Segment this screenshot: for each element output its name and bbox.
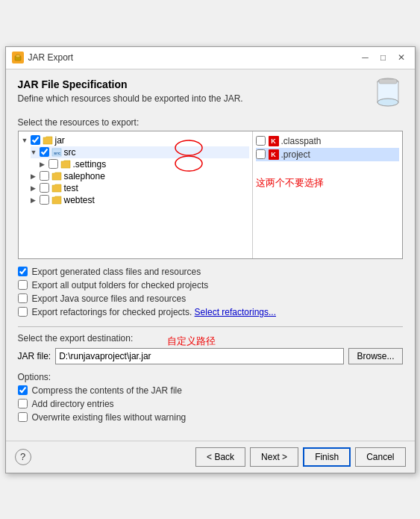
page-title: JAR File Specification <box>18 78 366 90</box>
label-export-refactor: Export refactorings for checked projects… <box>32 307 277 317</box>
label-export-output: Export all output folders for checked pr… <box>32 280 209 290</box>
expand-webtest[interactable]: ▶ <box>31 196 40 204</box>
option-row-export-output[interactable]: Export all output folders for checked pr… <box>18 279 403 292</box>
help-button[interactable]: ? <box>15 449 31 465</box>
resources-section: ▼ jar ▼ src src <box>18 131 403 259</box>
label-overwrite: Overwrite existing files without warning <box>32 412 187 423</box>
option-row-add-dir[interactable]: Add directory entries <box>18 397 403 411</box>
header-text: JAR File Specification Define which reso… <box>18 78 366 111</box>
checkbox-export-output[interactable] <box>18 280 28 290</box>
back-button[interactable]: < Back <box>195 447 245 467</box>
option-row-export-refactor[interactable]: Export refactorings for checked projects… <box>18 305 403 319</box>
checkbox-test[interactable] <box>40 183 49 193</box>
checkbox-webtest[interactable] <box>40 195 49 205</box>
svg-text:src: src <box>54 151 61 155</box>
checkbox-jar[interactable] <box>31 135 40 145</box>
checkbox-project[interactable] <box>256 149 266 159</box>
main-content: JAR File Specification Define which reso… <box>6 69 415 441</box>
checkbox-settings[interactable] <box>48 159 58 169</box>
tree-label-salephone: salephone <box>64 171 105 181</box>
option-row-compress[interactable]: Compress the contents of the JAR file <box>18 384 403 397</box>
svg-point-1 <box>16 55 20 58</box>
label-classpath: .classpath <box>281 136 322 146</box>
expand-src[interactable]: ▼ <box>31 149 40 156</box>
minimize-button[interactable]: ─ <box>358 50 373 65</box>
svg-rect-5 <box>379 79 397 84</box>
folder-icon-salephone <box>51 171 62 181</box>
checklist-annotation: 这两个不要选择 <box>256 176 399 190</box>
jar-file-row: JAR file: Browse... <box>18 348 403 364</box>
option-row-export-class[interactable]: Export generated class files and resourc… <box>18 265 403 279</box>
tree-item-settings[interactable]: ▶ .settings <box>40 158 249 170</box>
footer: ? < Back Next > Finish Cancel <box>6 441 415 473</box>
label-export-java: Export Java source files and resources <box>32 293 187 304</box>
tree-item-jar[interactable]: ▼ jar <box>22 134 249 146</box>
folder-icon-test <box>51 183 62 193</box>
checkbox-overwrite[interactable] <box>18 412 28 422</box>
jar-icon <box>373 75 403 108</box>
checkbox-classpath[interactable] <box>256 136 266 146</box>
label-add-dir: Add directory entries <box>32 399 114 409</box>
expand-salephone[interactable]: ▶ <box>31 173 40 180</box>
folder-icon-settings <box>60 159 71 170</box>
tree-item-salephone[interactable]: ▶ salephone <box>31 170 249 182</box>
tree-item-test[interactable]: ▶ test <box>31 182 249 194</box>
window-icon <box>12 52 24 63</box>
next-button[interactable]: Next > <box>250 447 298 467</box>
x-icon-classpath: K <box>269 136 279 146</box>
tree-panel[interactable]: ▼ jar ▼ src src <box>19 131 253 258</box>
checkbox-export-java[interactable] <box>18 293 28 303</box>
window-title: JAR Export <box>28 52 358 63</box>
jar-file-area: 自定义路径 JAR file: Browse... <box>18 348 403 364</box>
checkbox-src[interactable] <box>40 147 49 157</box>
checkbox-salephone[interactable] <box>40 171 49 181</box>
jar-file-label: JAR file: <box>18 351 51 361</box>
options-section: Export generated class files and resourc… <box>18 265 403 319</box>
resources-inner: ▼ jar ▼ src src <box>19 131 402 258</box>
close-button[interactable]: ✕ <box>394 50 409 65</box>
label-project: .project <box>281 149 310 160</box>
tree-item-webtest[interactable]: ▶ webtest <box>31 194 249 206</box>
expand-test[interactable]: ▶ <box>31 184 40 192</box>
page-description: Define which resources should be exporte… <box>18 93 366 104</box>
footer-left: ? <box>15 449 31 465</box>
tree-item-src[interactable]: ▼ src src <box>31 146 249 158</box>
export-dest-label: Select the export destination: <box>18 333 403 344</box>
option-row-overwrite[interactable]: Overwrite existing files without warning <box>18 411 403 424</box>
label-export-class: Export generated class files and resourc… <box>32 267 201 277</box>
tree-label-jar: jar <box>55 135 65 146</box>
folder-icon-jar <box>43 135 53 146</box>
finish-button[interactable]: Finish <box>303 447 351 467</box>
checkbox-add-dir[interactable] <box>18 399 28 408</box>
maximize-button[interactable]: □ <box>376 50 391 65</box>
checklist-panel: K .classpath K .project 这两个不要选择 <box>253 131 402 258</box>
tree-label-settings: .settings <box>73 159 107 170</box>
tree-label-test: test <box>64 183 78 193</box>
x-icon-project: K <box>269 149 279 160</box>
checkbox-export-refactor[interactable] <box>18 307 28 317</box>
checklist-item-classpath[interactable]: K .classpath <box>256 134 399 148</box>
checkbox-export-class[interactable] <box>18 267 28 276</box>
checkbox-compress[interactable] <box>18 385 28 395</box>
compress-options-section: Options: Compress the contents of the JA… <box>18 372 403 424</box>
svg-point-4 <box>377 99 398 106</box>
expand-jar[interactable]: ▼ <box>22 137 31 144</box>
header-area: JAR File Specification Define which reso… <box>18 78 403 111</box>
label-compress: Compress the contents of the JAR file <box>32 385 182 396</box>
cancel-button[interactable]: Cancel <box>355 447 405 467</box>
expand-settings[interactable]: ▶ <box>40 161 48 168</box>
title-bar: JAR Export ─ □ ✕ <box>6 47 415 69</box>
tree-label-src: src <box>64 147 76 158</box>
compress-options-label: Options: <box>18 372 403 382</box>
select-refactorings-link[interactable]: Select refactorings... <box>195 307 276 317</box>
src-icon: src <box>51 147 62 158</box>
folder-icon-webtest <box>51 195 62 205</box>
jar-file-input[interactable] <box>55 348 344 364</box>
option-row-export-java[interactable]: Export Java source files and resources <box>18 292 403 305</box>
browse-button[interactable]: Browse... <box>348 348 402 364</box>
resources-label: Select the resources to export: <box>18 117 403 128</box>
tree-label-webtest: webtest <box>64 195 95 205</box>
window-controls: ─ □ ✕ <box>358 50 409 65</box>
separator <box>18 326 403 327</box>
checklist-item-project[interactable]: K .project <box>256 148 399 161</box>
